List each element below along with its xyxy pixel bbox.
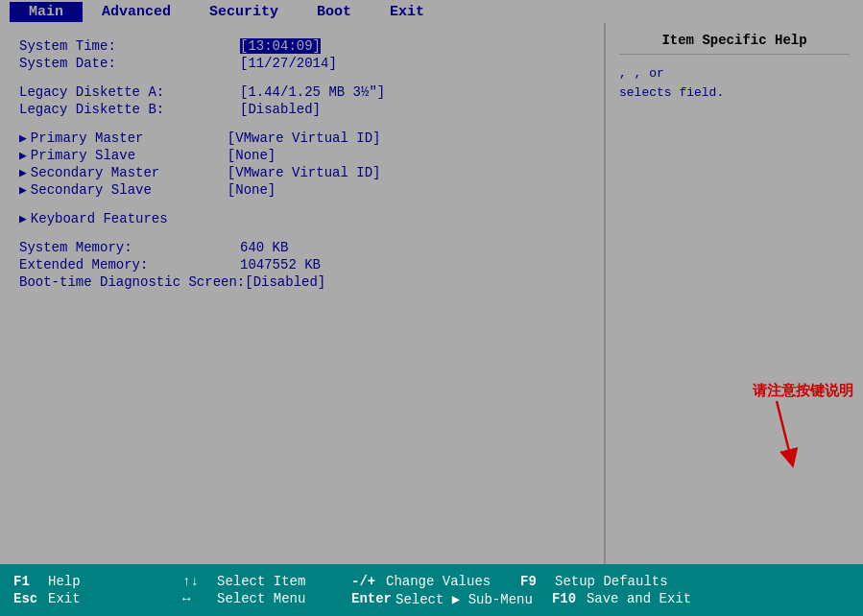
bios-arrow-label-11: Keyboard Features bbox=[31, 211, 228, 226]
status-key-1-2: Enter bbox=[351, 591, 392, 606]
bios-value-1: [11/27/2014] bbox=[240, 56, 337, 71]
bios-value-4: [Disabled] bbox=[240, 102, 321, 117]
status-key-0-2: -/+ bbox=[351, 574, 382, 589]
menu-main[interactable]: Main bbox=[10, 2, 83, 22]
bios-arrow-row-9[interactable]: ▶ Secondary Slave[None] bbox=[19, 182, 585, 198]
status-key-1-3: F10 bbox=[552, 591, 583, 606]
status-key-0-0: F1 bbox=[13, 574, 44, 589]
bios-label-15: Boot-time Diagnostic Screen: bbox=[19, 274, 245, 290]
bios-value-3: [1.44/1.25 MB 3½"] bbox=[240, 84, 385, 100]
status-desc-0-2: Change Values bbox=[386, 574, 501, 589]
bios-label-0: System Time: bbox=[19, 38, 240, 54]
arrow-icon-11: ▶ bbox=[19, 211, 27, 226]
status-key-0-3: F9 bbox=[520, 574, 551, 589]
status-desc-1-3: Save and Exit bbox=[587, 591, 702, 606]
annotation-text: 请注意按键说明 bbox=[753, 382, 853, 400]
bios-row-3: Legacy Diskette A:[1.44/1.25 MB 3½"] bbox=[19, 84, 585, 100]
status-key-0-1: ↑↓ bbox=[182, 574, 213, 589]
section-gap-2 bbox=[19, 73, 585, 84]
arrow-icon-7: ▶ bbox=[19, 148, 27, 163]
content-area: System Time:[13:04:09]System Date:[11/27… bbox=[0, 23, 863, 564]
bios-row-13: System Memory:640 KB bbox=[19, 240, 585, 255]
status-desc-0-1: Select Item bbox=[217, 574, 332, 589]
status-key-1-1: ↔ bbox=[182, 591, 213, 606]
bios-row-4: Legacy Diskette B:[Disabled] bbox=[19, 102, 585, 117]
bios-arrow-label-8: Secondary Master bbox=[31, 165, 228, 180]
arrow-icon-9: ▶ bbox=[19, 182, 27, 198]
bios-label-1: System Date: bbox=[19, 56, 240, 71]
left-panel: System Time:[13:04:09]System Date:[11/27… bbox=[0, 23, 606, 564]
annotation-arrow bbox=[738, 401, 825, 487]
help-title: Item Specific Help bbox=[619, 33, 850, 55]
status-desc-1-0: Exit bbox=[48, 591, 163, 606]
bios-arrow-value-7: [None] bbox=[228, 148, 276, 163]
bios-arrow-value-9: [None] bbox=[228, 182, 276, 198]
bios-value-15: [Disabled] bbox=[245, 274, 325, 290]
section-gap-10 bbox=[19, 200, 585, 211]
section-gap-5 bbox=[19, 119, 585, 130]
bios-label-13: System Memory: bbox=[19, 240, 240, 255]
bios-arrow-label-7: Primary Slave bbox=[31, 148, 228, 163]
help-text: , , or selects field. bbox=[619, 64, 850, 102]
statusbar-row-2: EscExit↔Select MenuEnterSelect ▶ Sub-Men… bbox=[13, 591, 850, 607]
bios-arrow-value-8: [VMware Virtual ID] bbox=[228, 165, 381, 180]
menu-security[interactable]: Security bbox=[190, 2, 298, 22]
menu-boot[interactable]: Boot bbox=[298, 2, 371, 22]
status-desc-0-0: Help bbox=[48, 574, 163, 589]
arrow-icon-8: ▶ bbox=[19, 165, 27, 180]
bios-row-14: Extended Memory:1047552 KB bbox=[19, 257, 585, 272]
arrow-icon-6: ▶ bbox=[19, 130, 27, 146]
right-panel: Item Specific Help , , or selects field.… bbox=[606, 23, 863, 564]
bios-label-14: Extended Memory: bbox=[19, 257, 240, 272]
bios-value-13: 640 KB bbox=[240, 240, 288, 255]
bios-value-0: [13:04:09] bbox=[240, 38, 321, 54]
status-desc-1-1: Select Menu bbox=[217, 591, 332, 606]
bios-arrow-row-11[interactable]: ▶ Keyboard Features bbox=[19, 211, 585, 226]
menu-exit[interactable]: Exit bbox=[371, 2, 443, 22]
statusbar: F1Help↑↓Select Item-/+Change ValuesF9Set… bbox=[0, 564, 863, 616]
menu-advanced[interactable]: Advanced bbox=[83, 2, 190, 22]
bios-arrow-label-9: Secondary Slave bbox=[31, 182, 228, 198]
status-desc-0-3: Setup Defaults bbox=[555, 574, 670, 589]
menubar: Main Advanced Security Boot Exit bbox=[0, 0, 863, 23]
bios-row-0: System Time:[13:04:09] bbox=[19, 38, 585, 54]
bios-row-15: Boot-time Diagnostic Screen:[Disabled] bbox=[19, 274, 585, 290]
bios-arrow-row-6[interactable]: ▶ Primary Master[VMware Virtual ID] bbox=[19, 130, 585, 146]
section-gap-12 bbox=[19, 228, 585, 240]
bios-label-3: Legacy Diskette A: bbox=[19, 84, 240, 100]
svg-line-1 bbox=[777, 401, 791, 459]
bios-arrow-row-8[interactable]: ▶ Secondary Master[VMware Virtual ID] bbox=[19, 165, 585, 180]
bios-arrow-row-7[interactable]: ▶ Primary Slave[None] bbox=[19, 148, 585, 163]
bios-arrow-label-6: Primary Master bbox=[31, 130, 228, 146]
bios-value-14: 1047552 KB bbox=[240, 257, 321, 272]
bios-row-1: System Date:[11/27/2014] bbox=[19, 56, 585, 71]
bios-label-4: Legacy Diskette B: bbox=[19, 102, 240, 117]
status-desc-1-2: Select ▶ Sub-Menu bbox=[396, 591, 533, 607]
statusbar-row-1: F1Help↑↓Select Item-/+Change ValuesF9Set… bbox=[13, 574, 850, 589]
bios-arrow-value-6: [VMware Virtual ID] bbox=[228, 130, 381, 146]
status-key-1-0: Esc bbox=[13, 591, 44, 606]
